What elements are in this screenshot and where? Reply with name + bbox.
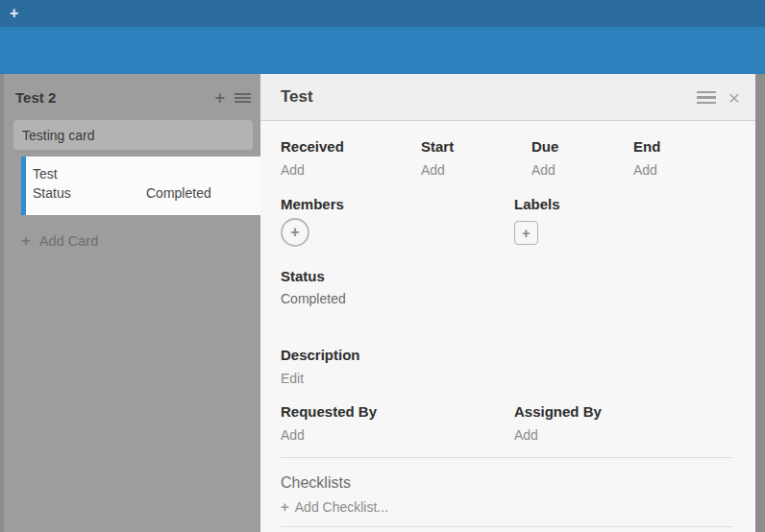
assigned-by-add-link[interactable]: Add [514,427,538,443]
card-detail-panel: Test × Received Start Due End Add Add Ad… [260,74,755,532]
status-label: Status [281,268,325,284]
card-title: Test [33,164,255,183]
due-label: Due [531,138,558,155]
section-divider [281,457,732,458]
board-header-bar [0,27,765,74]
top-navbar: + [0,0,765,27]
app-window: + Test 2 + Test Status Completed + Add C… [0,0,765,532]
add-card-button[interactable]: + Add Card [21,231,98,251]
list-test-2: Test 2 + Test Status Completed + Add Car… [4,74,260,532]
add-card-icon[interactable]: + [214,90,225,106]
labels-label: Labels [514,196,560,212]
add-checklist-label: Add Checklist... [295,499,388,515]
description-label: Description [281,347,360,363]
members-label: Members [281,196,344,212]
section-divider [281,526,732,527]
list-header: Test 2 + [15,89,255,110]
close-icon[interactable]: × [728,88,740,108]
end-label: End [633,138,660,155]
end-add-link[interactable]: Add [633,162,657,178]
add-checklist-button[interactable]: + Add Checklist... [281,498,388,515]
due-add-link[interactable]: Add [531,162,555,178]
card-detail-header-icons: × [697,74,740,121]
card-test[interactable]: Test Status Completed [21,157,260,215]
card-detail-title[interactable]: Test [281,87,313,107]
description-edit-link[interactable]: Edit [281,371,304,386]
plus-icon: + [21,231,31,251]
received-label: Received [281,138,344,155]
received-add-link[interactable]: Add [281,162,305,178]
card-menu-icon[interactable] [697,91,716,105]
add-card-label: Add Card [39,233,98,249]
add-board-icon[interactable]: + [10,5,18,22]
new-card-input[interactable] [13,120,253,150]
requested-by-add-link[interactable]: Add [281,427,305,443]
checklists-label: Checklists [281,474,351,492]
card-detail-body: Received Start Due End Add Add Add Add M… [260,121,755,532]
assigned-by-label: Assigned By [514,403,602,420]
add-label-button[interactable]: + [514,221,538,245]
list-header-icons: + [214,90,251,106]
add-member-button[interactable]: + [281,218,309,247]
start-label: Start [421,138,454,155]
status-value: Completed [281,291,346,306]
requested-by-label: Requested By [281,403,377,420]
plus-icon: + [281,498,289,515]
start-add-link[interactable]: Add [421,162,445,178]
card-field-label: Status [33,183,146,203]
card-field-value: Completed [146,183,211,203]
card-field-row: Status Completed [33,183,255,203]
card-detail-header: Test × [260,74,755,121]
list-title[interactable]: Test 2 [15,89,56,106]
list-menu-icon[interactable] [234,93,251,104]
